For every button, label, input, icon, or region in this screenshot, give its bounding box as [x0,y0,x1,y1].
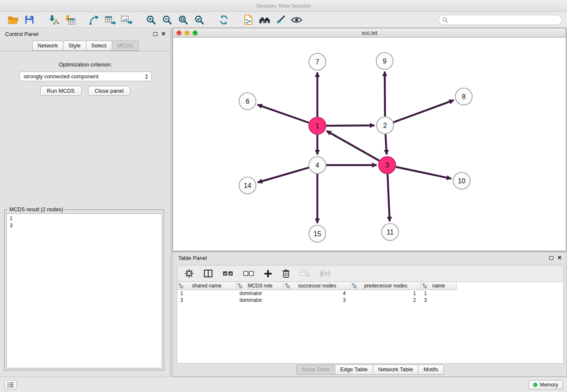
import-table-icon [64,15,75,25]
export-image-button[interactable] [118,13,135,27]
tab-style[interactable]: Style [63,41,86,51]
node-label-11: 11 [387,229,394,236]
select-all-button[interactable] [223,270,234,277]
network-canvas[interactable]: 7968124314101511 [173,38,566,251]
show-columns-button[interactable] [204,269,213,278]
close-table-panel-icon[interactable]: × [558,254,561,261]
open-file-button[interactable] [5,13,21,27]
cell-mcds-role-row1[interactable]: dominator [237,290,284,296]
list-icon [7,382,14,388]
window-zoom-icon[interactable]: + [193,30,198,36]
import-network-icon [48,15,59,25]
edge-3-1[interactable] [327,131,380,160]
search-box[interactable] [438,15,562,25]
zoom-fit-button[interactable] [175,13,191,27]
column-header-predecessor-nodes[interactable]: predecessor nodes [351,282,421,290]
memory-status-icon [533,383,537,387]
import-table-button[interactable] [62,13,78,27]
window-minimize-icon[interactable]: − [184,30,190,36]
tab-motifs[interactable]: Motifs [418,364,444,375]
tab-mcds[interactable]: MCDS [112,41,139,51]
column-header-name[interactable]: name [421,282,457,290]
save-session-button[interactable] [21,13,37,27]
tab-select[interactable]: Select [86,41,112,51]
export-image-icon [121,15,132,25]
node-label-6: 6 [246,98,250,105]
edge-3-10[interactable] [396,167,451,179]
float-table-panel-icon[interactable] [549,256,553,260]
zoom-out-icon [162,15,172,25]
float-panel-icon[interactable] [153,32,157,36]
edge-2-3[interactable] [385,134,387,155]
network-view-window: scc.txt × − + 7968124314101511 [173,28,566,251]
edge-1-2[interactable] [326,125,374,126]
zoom-out-button[interactable] [159,13,175,27]
task-history-button[interactable] [4,380,17,389]
add-column-button[interactable] [264,270,272,278]
table-row-1[interactable]: 1dominator411 [177,290,563,297]
delete-column-button[interactable] [282,269,290,278]
cell-successor-nodes-row1[interactable]: 4 [284,290,351,296]
network-document-button[interactable] [240,13,256,27]
node-label-3: 3 [385,162,389,169]
status-bar: Memory [0,377,567,392]
zoom-selected-button[interactable] [191,13,207,27]
column-header-mcds-role[interactable]: MCDS role [237,282,284,290]
cell-shared-name-row2[interactable]: 3 [177,297,237,303]
edge-1-6[interactable] [258,105,309,123]
edge-4-14[interactable] [258,168,309,182]
cell-predecessor-nodes-row2[interactable]: 2 [351,297,421,303]
cell-mcds-role-row2[interactable]: dominator [237,297,284,303]
table-delete-icon [300,270,310,277]
search-input[interactable] [450,17,558,23]
column-header-shared-name[interactable]: shared name [177,282,237,290]
refresh-view-button[interactable] [216,13,232,27]
mcds-result-text: 1 3 [6,213,162,368]
import-network-button[interactable] [46,13,62,27]
cell-predecessor-nodes-row1[interactable]: 1 [351,290,421,296]
zoom-fit-icon [178,15,188,25]
deselect-all-button[interactable] [243,270,254,277]
node-label-10: 10 [458,177,465,185]
mcds-result-title: MCDS result (2 nodes) [8,207,65,213]
checkboxes-empty-icon [243,270,254,277]
tab-network-table[interactable]: Network Table [373,364,418,375]
optimization-select[interactable]: strongly connected component [19,72,151,81]
close-panel-icon[interactable]: × [162,30,165,37]
cell-shared-name-row1[interactable]: 1 [177,290,237,296]
run-mcds-button[interactable]: Run MCDS [40,86,82,96]
edge-3-11[interactable] [388,174,390,221]
edge-2-9[interactable] [385,72,385,116]
close-panel-button[interactable]: Close panel [88,86,131,96]
apply-style-button[interactable] [272,13,289,27]
cell-name-row2[interactable]: 3 [421,297,457,303]
tab-node-table[interactable]: Node Table [296,364,335,375]
control-panel-tabs: NetworkStyleSelectMCDS [0,40,171,51]
mcds-result-group: MCDS result (2 nodes) 1 3 [4,210,164,370]
node-label-1: 1 [316,122,319,130]
graphics-details-button[interactable] [289,13,305,27]
control-panel-header: Control Panel × [0,28,171,40]
home-button[interactable] [256,13,272,27]
table-settings-button[interactable] [184,269,194,278]
column-header-filler [457,282,563,290]
table-row-2[interactable]: 3dominator323 [177,297,563,304]
window-close-icon[interactable]: × [176,30,182,36]
memory-button[interactable]: Memory [528,380,563,389]
zoom-in-button[interactable] [143,13,159,27]
plus-icon [264,270,272,278]
tab-network[interactable]: Network [32,41,63,51]
node-label-8: 8 [462,93,466,100]
node-label-14: 14 [244,182,251,189]
export-network-icon [89,15,100,25]
export-table-button[interactable] [102,13,118,27]
export-network-button[interactable] [86,13,102,27]
save-icon [25,15,34,25]
cell-successor-nodes-row2[interactable]: 3 [284,297,351,303]
column-header-successor-nodes[interactable]: successor nodes [284,282,351,290]
edge-2-8[interactable] [394,100,454,122]
tab-edge-table[interactable]: Edge Table [335,364,373,375]
cell-name-row1[interactable]: 1 [421,290,457,296]
table-panel-header: Table Panel × [173,252,567,263]
network-graph: 7968124314101511 [173,38,566,251]
